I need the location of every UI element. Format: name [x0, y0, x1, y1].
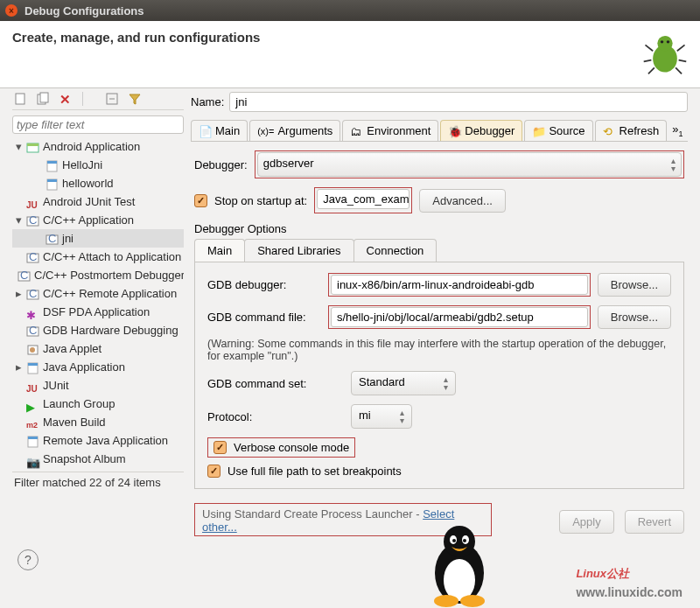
header-title: Create, manage, and run configurations [12, 30, 642, 45]
bug-tab-icon: 🐞 [448, 125, 461, 137]
protocol-label: Protocol: [207, 410, 339, 423]
name-input[interactable] [229, 92, 688, 112]
new-config-icon[interactable] [14, 92, 28, 106]
left-toolbar: ✕ [12, 88, 184, 110]
stop-startup-input[interactable]: Java_com_exam [317, 189, 410, 209]
tree-snapshot[interactable]: 📷Snapshot Album [12, 450, 184, 468]
top-tabs: 📄Main (x)=Arguments 🗂Environment 🐞Debugg… [191, 119, 688, 142]
gdb-debugger-input[interactable]: inux-x86/bin/arm-linux-androideabi-gdb [331, 275, 588, 295]
tree-launch-group[interactable]: ▶Launch Group [12, 395, 184, 413]
tab-environment[interactable]: 🗂Environment [342, 120, 438, 142]
tab-debugger[interactable]: 🐞Debugger [440, 120, 522, 142]
tree-jni[interactable]: Cjni [12, 229, 184, 248]
stop-startup-label: Stop on startup at: [214, 194, 307, 207]
browse-gdb-debugger-button[interactable]: Browse... [598, 273, 671, 297]
debugger-label: Debugger: [194, 158, 248, 171]
tree-hellojni[interactable]: HelloJni [12, 156, 184, 174]
env-tab-icon: 🗂 [350, 125, 363, 137]
svg-text:C: C [48, 234, 56, 245]
gdb-cmdfile-input[interactable]: s/hello-jni/obj/local/armeabi/gdb2.setup [331, 307, 588, 327]
browse-gdb-cmdfile-button[interactable]: Browse... [598, 305, 671, 329]
verbose-label: Verbose console mode [234, 441, 349, 454]
svg-text:C: C [29, 252, 37, 263]
tree-remote-java[interactable]: Remote Java Application [12, 431, 184, 450]
subtab-main[interactable]: Main [194, 239, 245, 262]
right-panel: Name: 📄Main (x)=Arguments 🗂Environment 🐞… [191, 88, 688, 534]
tree-dsf-pda[interactable]: ✱DSF PDA Application [12, 303, 184, 321]
debugger-select[interactable]: gdbserver▴▾ [257, 152, 682, 177]
tab-main[interactable]: 📄Main [191, 120, 248, 142]
gdb-debugger-label: GDB debugger: [207, 278, 321, 291]
tree-helloworld[interactable]: helloworld [12, 174, 184, 192]
svg-point-34 [30, 347, 35, 353]
cmdset-select[interactable]: Standard▴▾ [351, 371, 456, 395]
tree-cpp-attach[interactable]: CC/C++ Attach to Application [12, 248, 184, 266]
verbose-checkbox[interactable]: ✓ [214, 441, 227, 454]
help-area: ? [0, 534, 700, 570]
refresh-tab-icon: ⟲ [603, 125, 616, 137]
name-label: Name: [191, 95, 224, 108]
subtab-connection[interactable]: Connection [354, 239, 438, 262]
tree-maven[interactable]: m2Maven Build [12, 413, 184, 431]
debugger-options-label: Debugger Options [194, 222, 684, 235]
duplicate-config-icon[interactable] [37, 92, 51, 106]
svg-rect-18 [47, 161, 57, 164]
tab-source[interactable]: 📁Source [524, 120, 592, 142]
tabs-overflow-icon[interactable]: »1 [668, 122, 686, 138]
svg-rect-20 [47, 179, 57, 182]
svg-text:C: C [29, 325, 37, 337]
tree-cpp-app[interactable]: ▾CC/C++ Application [12, 211, 184, 229]
svg-text:C: C [20, 270, 28, 282]
tree-gdb-hw[interactable]: CGDB Hardware Debugging [12, 321, 184, 339]
left-panel: ✕ ▾Android Application HelloJni hellowor… [12, 88, 184, 534]
revert-button[interactable]: Revert [625, 510, 684, 534]
window-titlebar: × Debug Configurations [0, 0, 700, 21]
fullpath-label: Use full file path to set breakpoints [228, 465, 402, 478]
svg-text:C: C [29, 289, 37, 300]
tree-cpp-remote[interactable]: ▸CC/C++ Remote Application [12, 284, 184, 303]
filter-icon[interactable] [128, 92, 142, 106]
apply-button[interactable]: Apply [559, 510, 614, 534]
svg-rect-38 [28, 437, 38, 439]
tree-android-junit[interactable]: JUAndroid JUnit Test [12, 192, 184, 211]
cmdset-label: GDB command set: [207, 377, 339, 390]
svg-line-2 [645, 45, 653, 51]
subtab-shared[interactable]: Shared Libraries [244, 239, 354, 262]
filter-input[interactable] [12, 115, 184, 134]
svg-point-9 [667, 40, 669, 43]
window-title: Debug Configurations [24, 4, 144, 17]
svg-rect-12 [40, 93, 48, 102]
stop-on-startup-checkbox[interactable]: ✓ [194, 194, 207, 207]
tree-android-app[interactable]: ▾Android Application [12, 137, 184, 156]
svg-rect-36 [28, 363, 38, 366]
help-icon[interactable]: ? [18, 549, 38, 570]
filter-status: Filter matched 22 of 24 items [12, 472, 184, 493]
svg-point-8 [661, 40, 663, 43]
tree-java-app[interactable]: ▸Java Application [12, 358, 184, 376]
source-tab-icon: 📁 [532, 125, 545, 137]
tree-java-applet[interactable]: Java Applet [12, 339, 184, 358]
cmdfile-warning: (Warning: Some commands in this file may… [207, 338, 671, 362]
svg-line-5 [679, 60, 687, 62]
svg-rect-16 [27, 143, 38, 146]
protocol-select[interactable]: mi▴▾ [351, 404, 412, 429]
fullpath-checkbox[interactable]: ✓ [207, 465, 220, 478]
svg-text:C: C [29, 215, 37, 227]
close-window-icon[interactable]: × [5, 4, 18, 17]
tab-arguments[interactable]: (x)=Arguments [249, 120, 340, 142]
svg-point-1 [657, 36, 672, 51]
svg-line-4 [644, 60, 652, 62]
svg-line-3 [677, 45, 685, 51]
config-tree[interactable]: ▾Android Application HelloJni helloworld… [12, 137, 184, 472]
advanced-button[interactable]: Advanced... [419, 189, 506, 213]
svg-rect-10 [16, 94, 24, 104]
main-tab-icon: 📄 [199, 125, 212, 137]
svg-line-6 [648, 67, 654, 73]
tree-cpp-postmortem[interactable]: CC/C++ Postmortem Debugger [12, 266, 184, 284]
delete-config-icon[interactable]: ✕ [60, 92, 74, 106]
collapse-all-icon[interactable] [105, 92, 119, 106]
tree-junit[interactable]: JUJUnit [12, 376, 184, 395]
svg-line-7 [676, 67, 682, 73]
tab-refresh[interactable]: ⟲Refresh [595, 120, 668, 142]
gdb-cmdfile-label: GDB command file: [207, 311, 321, 324]
